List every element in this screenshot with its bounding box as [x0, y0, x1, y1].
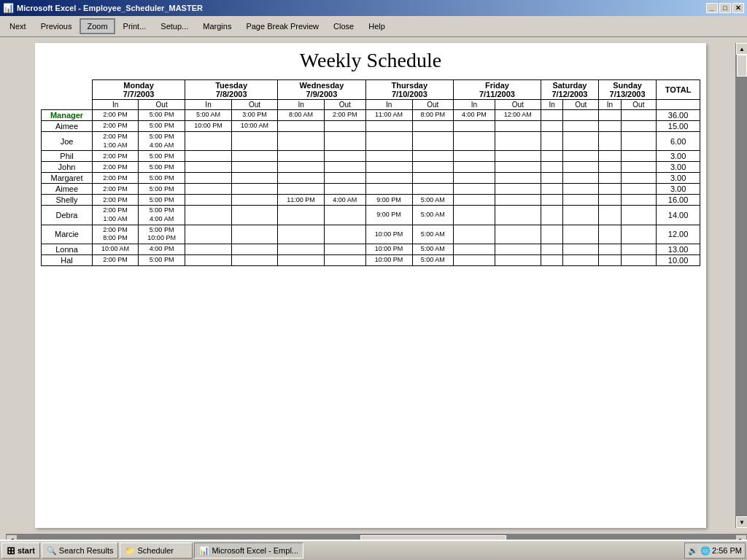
table-row: Lonna 10:00 AM 4:00 PM 10:00 PM 5:00 AM — [42, 244, 700, 255]
employee-name: John — [42, 162, 93, 173]
time-cell: 4:00 PM — [454, 110, 495, 121]
page-break-preview-button[interactable]: Page Break Preview — [239, 18, 325, 34]
time-cell — [185, 132, 232, 151]
time-cell — [454, 206, 495, 225]
time-cell — [185, 184, 232, 195]
time-cell — [325, 132, 366, 151]
minimize-button[interactable]: _ — [706, 3, 718, 13]
table-row: Phil 2:00 PM 5:00 PM — [42, 151, 700, 162]
previous-button[interactable]: Previous — [34, 18, 79, 34]
time-cell — [412, 162, 454, 173]
time-cell: 5:00 AM — [412, 195, 454, 206]
scroll-track — [736, 55, 747, 516]
time-cell — [599, 206, 622, 225]
maximize-button[interactable]: □ — [719, 3, 731, 13]
time-cell: 5:00 AM — [412, 255, 454, 266]
sat-out: Out — [563, 100, 599, 110]
time-cell — [495, 162, 541, 173]
schedule-title: Weekly Schedule — [41, 49, 700, 72]
time-cell — [412, 173, 454, 184]
help-button[interactable]: Help — [362, 18, 392, 34]
taskbar-item-search[interactable]: 🔍 Search Results — [42, 542, 119, 559]
vertical-scrollbar[interactable]: ▲ ▼ — [735, 43, 747, 528]
next-button[interactable]: Next — [3, 18, 33, 34]
start-button[interactable]: ⊞ start — [1, 542, 40, 559]
time-cell: 10:00 AM — [231, 121, 277, 132]
zoom-button[interactable]: Zoom — [80, 18, 115, 34]
total-value: 3.00 — [657, 184, 700, 195]
time-cell — [365, 121, 412, 132]
time-cell — [412, 151, 454, 162]
total-value: 3.00 — [657, 162, 700, 173]
taskbar-item-scheduler[interactable]: 📁 Scheduler — [120, 542, 193, 559]
time-cell — [599, 132, 622, 151]
time-cell — [495, 121, 541, 132]
wed-in: In — [278, 100, 325, 110]
title-bar: 📊 Microsoft Excel - Employee_Scheduler_M… — [0, 0, 747, 16]
taskbar-item-excel[interactable]: 📊 Microsoft Excel - Empl... — [194, 542, 303, 559]
schedule-container: Weekly Schedule Monday 7/7/2003 — [35, 43, 706, 272]
total-header: TOTAL — [657, 80, 700, 100]
time-cell — [541, 184, 563, 195]
time-cell: 3:00 PM — [231, 110, 277, 121]
margins-button[interactable]: Margins — [196, 18, 238, 34]
total-value: 16.00 — [657, 195, 700, 206]
scroll-down-button[interactable]: ▼ — [736, 516, 747, 528]
time-cell: 5:00 PM — [139, 195, 185, 206]
time-cell — [412, 132, 454, 151]
time-cell — [365, 173, 412, 184]
table-row: Joe 2:00 PM1:00 AM 5:00 PM4:00 AM — [42, 132, 700, 151]
time-cell — [278, 121, 325, 132]
scroll-up-button[interactable]: ▲ — [736, 43, 747, 55]
time-cell — [325, 162, 366, 173]
table-row: Hal 2:00 PM 5:00 PM 10:00 PM 5:00 AM — [42, 255, 700, 266]
time-cell — [541, 162, 563, 173]
time-cell: 8:00 PM — [412, 110, 454, 121]
time-cell — [365, 184, 412, 195]
friday-header: Friday 7/11/2003 — [454, 80, 541, 100]
time-cell — [454, 225, 495, 244]
time-cell — [454, 151, 495, 162]
time-cell — [185, 173, 232, 184]
total-value: 36.00 — [657, 110, 700, 121]
time-cell — [365, 151, 412, 162]
close-button-toolbar[interactable]: Close — [327, 18, 360, 34]
monday-header: Monday 7/7/2003 — [93, 80, 185, 100]
scroll-thumb[interactable] — [737, 55, 747, 77]
total-value: 15.00 — [657, 121, 700, 132]
time-cell — [599, 121, 622, 132]
time-cell: 5:00 PM4:00 AM — [139, 206, 185, 225]
time-cell: 2:00 PM1:00 AM — [93, 206, 139, 225]
taskbar-clock-area: 🔊 🌐 2:56 PM — [684, 542, 746, 559]
time-cell: 5:00 PM — [139, 162, 185, 173]
time-cell: 5:00 PM — [139, 173, 185, 184]
table-row: Aimee 2:00 PM 5:00 PM — [42, 184, 700, 195]
time-cell: 9:00 PM — [365, 195, 412, 206]
tue-in: In — [185, 100, 232, 110]
time-cell — [599, 184, 622, 195]
empty-inout — [42, 100, 93, 110]
time-cell — [325, 244, 366, 255]
total-value: 6.00 — [657, 132, 700, 151]
setup-button[interactable]: Setup... — [154, 18, 195, 34]
time-cell: 4:00 PM — [139, 244, 185, 255]
time-cell — [365, 132, 412, 151]
thu-in: In — [365, 100, 412, 110]
tuesday-header: Tuesday 7/8/2003 — [185, 80, 278, 100]
tue-out: Out — [231, 100, 277, 110]
time-cell: 2:00 PM8:00 PM — [93, 225, 139, 244]
time-cell — [412, 121, 454, 132]
time-cell — [231, 225, 277, 244]
window-controls: _ □ ✕ — [706, 3, 744, 13]
time-cell — [454, 195, 495, 206]
time-cell — [621, 225, 657, 244]
close-button[interactable]: ✕ — [732, 3, 744, 13]
time-cell — [231, 132, 277, 151]
print-button[interactable]: Print... — [117, 18, 153, 34]
page-area: Weekly Schedule Monday 7/7/2003 — [6, 37, 747, 534]
time-cell: 5:00 PM — [139, 151, 185, 162]
work-area: Weekly Schedule Monday 7/7/2003 — [0, 37, 747, 545]
total-value: 13.00 — [657, 244, 700, 255]
time-cell: 12:00 AM — [495, 110, 541, 121]
time-cell — [278, 206, 325, 225]
